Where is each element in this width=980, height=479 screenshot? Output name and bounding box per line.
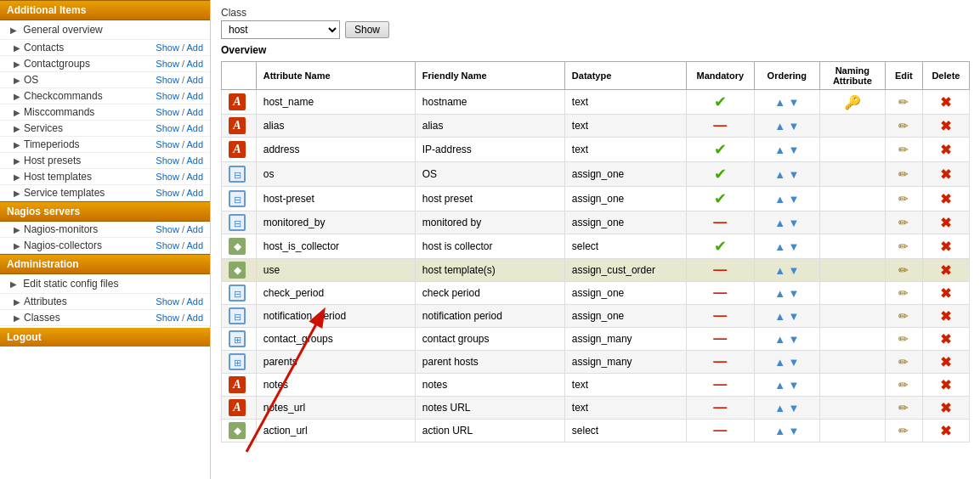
service-templates-show-link[interactable]: Show — [156, 188, 179, 198]
row-edit-button[interactable]: ✏ — [885, 211, 922, 234]
row-delete-button[interactable]: ✖ — [922, 162, 969, 187]
ordering-up-button[interactable]: ▲ — [774, 240, 785, 253]
attributes-link[interactable]: Attributes — [24, 296, 152, 307]
row-delete-button[interactable]: ✖ — [922, 234, 969, 259]
ordering-up-button[interactable]: ▲ — [774, 425, 785, 437]
row-edit-button[interactable]: ✏ — [885, 259, 922, 282]
classes-show-link[interactable]: Show — [156, 313, 179, 323]
attributes-add-link[interactable]: Add — [186, 296, 203, 307]
row-edit-button[interactable]: ✏ — [885, 234, 922, 259]
row-edit-button[interactable]: ✏ — [885, 162, 922, 187]
ordering-up-button[interactable]: ▲ — [774, 287, 785, 300]
show-button[interactable]: Show — [345, 21, 389, 38]
row-delete-button[interactable]: ✖ — [922, 115, 969, 138]
host-templates-add-link[interactable]: Add — [186, 172, 203, 182]
host-presets-link[interactable]: Host presets — [24, 155, 152, 166]
services-show-link[interactable]: Show — [156, 123, 179, 133]
ordering-down-button[interactable]: ▼ — [788, 402, 799, 414]
timeperiods-link[interactable]: Timeperiods — [24, 138, 152, 150]
ordering-up-button[interactable]: ▲ — [774, 217, 785, 229]
row-delete-button[interactable]: ✖ — [922, 138, 969, 162]
ordering-down-button[interactable]: ▼ — [788, 96, 799, 109]
checkcommands-link[interactable]: Checkcommands — [24, 90, 152, 102]
row-edit-button[interactable]: ✏ — [885, 138, 922, 162]
ordering-up-button[interactable]: ▲ — [774, 96, 785, 109]
ordering-up-button[interactable]: ▲ — [774, 168, 785, 181]
row-edit-button[interactable]: ✏ — [885, 90, 922, 115]
classes-add-link[interactable]: Add — [186, 313, 203, 323]
ordering-down-button[interactable]: ▼ — [788, 168, 799, 181]
ordering-down-button[interactable]: ▼ — [788, 240, 799, 253]
row-delete-button[interactable]: ✖ — [922, 90, 969, 115]
os-link[interactable]: OS — [24, 74, 152, 86]
host-presets-add-link[interactable]: Add — [186, 155, 203, 166]
nagios-collectors-show-link[interactable]: Show — [156, 240, 179, 251]
misccommands-add-link[interactable]: Add — [186, 107, 203, 117]
row-delete-button[interactable]: ✖ — [922, 351, 969, 374]
row-edit-button[interactable]: ✏ — [885, 305, 922, 328]
misccommands-link[interactable]: Misccommands — [24, 106, 152, 118]
attributes-show-link[interactable]: Show — [156, 296, 179, 307]
sidebar-item-edit-static-config[interactable]: ▶ Edit static config files — [0, 274, 210, 294]
logout-section[interactable]: Logout — [0, 328, 210, 347]
row-edit-button[interactable]: ✏ — [885, 351, 922, 374]
classes-link[interactable]: Classes — [24, 312, 152, 324]
contacts-link[interactable]: Contacts — [24, 42, 152, 54]
ordering-up-button[interactable]: ▲ — [774, 333, 785, 346]
nagios-monitors-show-link[interactable]: Show — [156, 224, 179, 234]
row-edit-button[interactable]: ✏ — [885, 282, 922, 305]
services-add-link[interactable]: Add — [186, 123, 203, 133]
ordering-down-button[interactable]: ▼ — [788, 356, 799, 369]
timeperiods-show-link[interactable]: Show — [156, 139, 179, 149]
ordering-up-button[interactable]: ▲ — [774, 379, 785, 392]
ordering-down-button[interactable]: ▼ — [788, 193, 799, 206]
host-templates-show-link[interactable]: Show — [156, 172, 179, 182]
row-delete-button[interactable]: ✖ — [922, 397, 969, 420]
ordering-up-button[interactable]: ▲ — [774, 120, 785, 132]
sidebar-item-general-overview[interactable]: ▶ General overview — [0, 20, 210, 40]
nagios-monitors-add-link[interactable]: Add — [186, 224, 203, 234]
row-delete-button[interactable]: ✖ — [922, 420, 969, 442]
contactgroups-link[interactable]: Contactgroups — [24, 58, 152, 70]
row-delete-button[interactable]: ✖ — [922, 187, 969, 211]
checkcommands-add-link[interactable]: Add — [186, 91, 203, 101]
row-delete-button[interactable]: ✖ — [922, 374, 969, 397]
general-overview-link[interactable]: General overview — [23, 24, 102, 36]
ordering-down-button[interactable]: ▼ — [788, 425, 799, 437]
row-edit-button[interactable]: ✏ — [885, 115, 922, 138]
row-edit-button[interactable]: ✏ — [885, 328, 922, 351]
ordering-up-button[interactable]: ▲ — [774, 310, 785, 323]
nagios-monitors-link[interactable]: Nagios-monitors — [24, 223, 152, 235]
contactgroups-add-link[interactable]: Add — [186, 59, 203, 69]
ordering-down-button[interactable]: ▼ — [788, 120, 799, 132]
ordering-down-button[interactable]: ▼ — [788, 287, 799, 300]
row-delete-button[interactable]: ✖ — [922, 305, 969, 328]
row-delete-button[interactable]: ✖ — [922, 328, 969, 351]
service-templates-add-link[interactable]: Add — [186, 188, 203, 198]
ordering-up-button[interactable]: ▲ — [774, 193, 785, 206]
ordering-down-button[interactable]: ▼ — [788, 333, 799, 346]
row-delete-button[interactable]: ✖ — [922, 211, 969, 234]
host-templates-link[interactable]: Host templates — [24, 171, 152, 183]
misccommands-show-link[interactable]: Show — [156, 107, 179, 117]
row-edit-button[interactable]: ✏ — [885, 397, 922, 420]
ordering-up-button[interactable]: ▲ — [774, 264, 785, 277]
contacts-show-link[interactable]: Show — [156, 42, 179, 53]
timeperiods-add-link[interactable]: Add — [186, 139, 203, 149]
edit-static-config-link[interactable]: Edit static config files — [23, 278, 118, 290]
nagios-collectors-link[interactable]: Nagios-collectors — [24, 240, 152, 251]
os-add-link[interactable]: Add — [186, 75, 203, 85]
checkcommands-show-link[interactable]: Show — [156, 91, 179, 101]
services-link[interactable]: Services — [24, 122, 152, 134]
ordering-up-button[interactable]: ▲ — [774, 402, 785, 414]
service-templates-link[interactable]: Service templates — [24, 187, 152, 199]
row-delete-button[interactable]: ✖ — [922, 282, 969, 305]
ordering-up-button[interactable]: ▲ — [774, 356, 785, 369]
row-edit-button[interactable]: ✏ — [885, 374, 922, 397]
host-presets-show-link[interactable]: Show — [156, 155, 179, 166]
contacts-add-link[interactable]: Add — [186, 42, 203, 53]
contactgroups-show-link[interactable]: Show — [156, 59, 179, 69]
row-delete-button[interactable]: ✖ — [922, 259, 969, 282]
class-select[interactable]: host — [221, 20, 340, 39]
ordering-down-button[interactable]: ▼ — [788, 379, 799, 392]
